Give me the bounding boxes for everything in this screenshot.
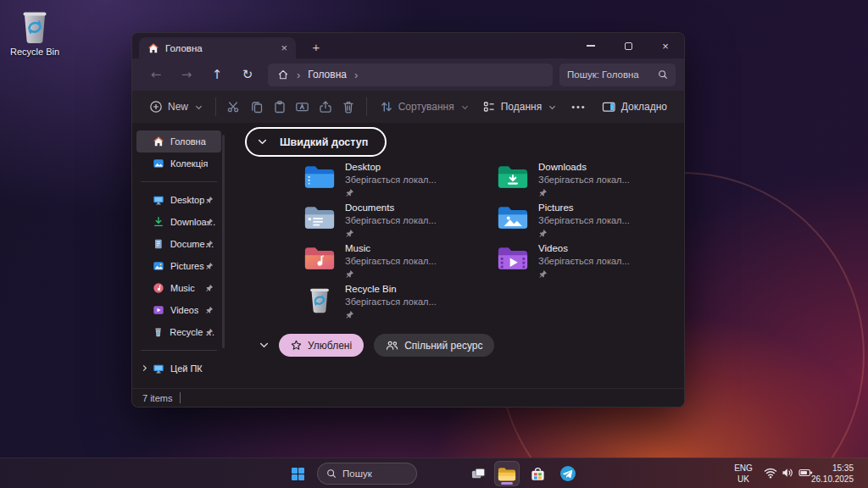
view-button[interactable]: Подання [476, 94, 563, 119]
favorites-section: Улюблені Спільний ресурс [259, 334, 494, 357]
separator [366, 97, 367, 116]
view-label: Подання [501, 101, 542, 113]
desktop-recycle-bin-icon[interactable]: Recycle Bin [5, 8, 64, 57]
language-indicator[interactable]: ENG UK [727, 463, 760, 485]
quick-access-item-downloads[interactable]: Downloads Зберігається локал... [497, 162, 690, 202]
pin-icon [345, 310, 354, 319]
sidebar-item-music[interactable]: Music [136, 277, 221, 299]
sidebar-item-desktop[interactable]: Desktop [136, 189, 221, 211]
up-icon[interactable]: ↑ [202, 67, 232, 82]
paste-button[interactable] [268, 94, 291, 119]
quick-access-item-pictures[interactable]: Pictures Зберігається локал... [497, 202, 690, 243]
sidebar-scrollbar[interactable] [222, 135, 225, 348]
taskbar-search[interactable]: Пошук [317, 463, 417, 485]
clock-date: 26.10.2025 [811, 474, 854, 485]
quick-access-header[interactable]: Швидкий доступ [245, 127, 387, 157]
item-subtitle: Зберігається локал... [345, 256, 437, 267]
favorites-label: Улюблені [308, 340, 352, 352]
back-icon[interactable]: ← [141, 67, 171, 82]
delete-button[interactable] [337, 94, 360, 119]
search-box[interactable]: Пошук: Головна [559, 64, 676, 86]
details-button[interactable]: Докладно [595, 94, 674, 119]
sidebar-item-this-pc[interactable]: Цей ПК [136, 358, 221, 380]
item-subtitle: Зберігається локал... [538, 175, 630, 186]
item-name: Downloads [538, 162, 630, 173]
new-tab-button[interactable]: + [307, 37, 326, 56]
sidebar-item-recycle-bin[interactable]: Recycle Bin [136, 321, 221, 343]
sidebar-item-gallery[interactable]: Колекція [136, 152, 221, 175]
search-text: Пошук: Головна [567, 69, 639, 80]
quick-access-item-desktop[interactable]: Desktop Зберігається локал... [303, 162, 497, 202]
window-controls: × [572, 33, 684, 58]
window-body: Головна Колекція Desktop [132, 123, 684, 388]
item-name: Pictures [538, 202, 630, 214]
items-count: 7 items [142, 393, 172, 403]
pin-icon [345, 188, 354, 197]
quick-access-item-videos[interactable]: Videos Зберігається локал... [497, 243, 690, 284]
windows-logo-icon [291, 467, 305, 481]
minimize-button[interactable] [572, 33, 609, 58]
breadcrumb[interactable]: › Головна › [268, 64, 553, 86]
tab-title: Головна [165, 43, 203, 53]
close-button[interactable]: × [647, 33, 684, 58]
copy-button[interactable] [245, 94, 268, 119]
item-name: Documents [345, 202, 437, 214]
search-icon [326, 469, 337, 479]
system-tray[interactable] [764, 467, 813, 479]
documents-icon [153, 238, 164, 250]
store-button[interactable] [525, 461, 550, 486]
store-icon [530, 466, 546, 482]
quick-access-item-documents[interactable]: Documents Зберігається локал... [303, 202, 497, 243]
status-bar: 7 items [132, 388, 684, 407]
telegram-icon [559, 465, 576, 482]
cut-button[interactable] [222, 94, 245, 119]
sidebar-item-label: Music [170, 283, 195, 293]
details-pane-icon [602, 100, 616, 114]
rename-button[interactable] [291, 94, 314, 119]
wifi-icon [764, 467, 777, 479]
quick-access-item-recycle-bin[interactable]: Recycle Bin Зберігається локал... [303, 284, 497, 324]
item-subtitle: Зберігається локал... [345, 215, 437, 226]
tab-close-icon[interactable]: × [281, 42, 287, 53]
sidebar-item-label: Цей ПК [170, 363, 203, 374]
new-button[interactable]: New [142, 94, 209, 119]
pin-icon [538, 188, 548, 197]
quick-access-item-music[interactable]: Music Зберігається локал... [303, 243, 497, 284]
sidebar-item-pictures[interactable]: Pictures [136, 255, 221, 277]
file-explorer-button[interactable] [494, 461, 520, 486]
content-pane: Швидкий доступ Desktop Зберігається лока… [225, 123, 684, 388]
file-explorer-icon [498, 466, 516, 482]
pin-icon [345, 269, 354, 279]
telegram-button[interactable] [555, 461, 581, 486]
downloads-icon [153, 216, 164, 228]
chevron-down-icon[interactable] [259, 341, 269, 350]
task-view-icon [470, 467, 487, 481]
breadcrumb-home[interactable]: Головна [308, 69, 347, 80]
sidebar-item-home[interactable]: Головна [136, 130, 221, 152]
forward-icon[interactable]: → [171, 67, 202, 82]
maximize-button[interactable] [609, 33, 647, 58]
search-icon [658, 69, 668, 80]
sidebar-item-documents[interactable]: Documents [136, 233, 221, 255]
favorites-pill[interactable]: Улюблені [279, 334, 364, 357]
sidebar-item-label: Колекція [170, 158, 208, 169]
shared-label: Спільний ресурс [404, 340, 482, 352]
refresh-icon[interactable]: ↻ [232, 67, 263, 82]
clock[interactable]: 15:35 26.10.2025 [811, 463, 854, 485]
pin-icon [538, 269, 548, 279]
more-button[interactable]: ••• [563, 102, 595, 112]
trash-icon [342, 100, 355, 114]
start-button[interactable] [285, 461, 310, 486]
paste-icon [273, 100, 287, 114]
shared-pill[interactable]: Спільний ресурс [374, 334, 494, 357]
recycle-bin-item-icon [303, 285, 336, 315]
breadcrumb-separator: › [297, 69, 300, 81]
desktop: Recycle Bin Головна × + × ← → [0, 0, 868, 488]
sidebar-item-videos[interactable]: Videos [136, 299, 221, 321]
sidebar-item-downloads[interactable]: Downloads [136, 211, 221, 233]
explorer-window: Головна × + × ← → ↑ ↻ › Головна › [131, 32, 685, 408]
tab-home[interactable]: Головна × [139, 37, 296, 58]
share-button[interactable] [314, 94, 337, 119]
sort-button[interactable]: Сортування [373, 94, 476, 119]
task-view-button[interactable] [465, 461, 491, 486]
